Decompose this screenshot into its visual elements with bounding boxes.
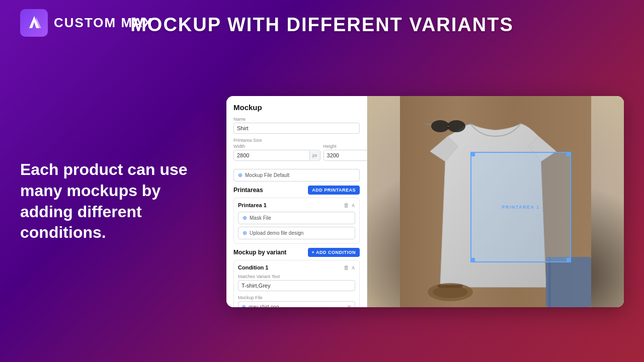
logo-area: CUSTOM MAX — [20, 9, 153, 37]
upload-icon: ⊕ — [238, 172, 243, 178]
svg-point-4 — [431, 120, 449, 132]
svg-rect-12 — [546, 257, 591, 307]
add-condition-button[interactable]: + ADD CONDITION — [308, 248, 360, 257]
name-input[interactable] — [233, 123, 360, 134]
condition1-actions: 🗑 ∧ — [344, 264, 355, 271]
matches-label: Matches variant text — [238, 274, 355, 279]
mask-file-btn[interactable]: ⊕ Mask File — [238, 212, 355, 224]
page-title: MOCKUP WITH DIFFERENT VARIANTS — [130, 14, 514, 36]
height-input[interactable] — [324, 150, 367, 160]
printareas-section-header: Printareas ADD PRINTAREAS — [233, 186, 360, 195]
printarea1-block: Printarea 1 🗑 ∧ ⊕ Mask File ⊕ Upload — [233, 198, 360, 244]
collapse-condition1-icon[interactable]: ∧ — [351, 264, 355, 271]
mockup-panel: Mockup Name Printarea Size Width px — [226, 96, 367, 307]
demo-upload-icon: ⊕ — [243, 230, 247, 236]
tshirt-photo: PRINTAREA 1 — [367, 96, 624, 307]
page-container: CUSTOM MAX MOCKUP WITH DIFFERENT VARIANT… — [0, 0, 644, 362]
width-input[interactable] — [234, 150, 309, 160]
mockup-file-default-label: Mockup File Default — [245, 172, 289, 178]
condition1-header: Condition 1 🗑 ∧ — [238, 264, 355, 271]
width-input-group: px — [233, 150, 320, 161]
upload-demo-btn[interactable]: ⊕ Upload demo file design — [238, 227, 355, 239]
printarea-overlay-label: PRINTAREA 1 — [502, 205, 540, 210]
logo-icon — [20, 9, 48, 37]
printarea-size-label: Printarea Size — [233, 138, 360, 143]
mockup-file-name: grey shirt.png — [249, 304, 279, 307]
svg-point-5 — [447, 120, 465, 132]
mockup-file2-label: Mockup File — [238, 295, 355, 300]
file-icon: ⊕ — [242, 304, 246, 307]
name-label: Name — [233, 117, 360, 122]
printarea-size-group: Printarea Size Width px Height — [233, 138, 360, 165]
svg-rect-11 — [438, 285, 463, 288]
corner-tr — [567, 152, 571, 156]
left-description: Each product can use many mockups by add… — [20, 159, 211, 243]
height-label: Height — [324, 144, 367, 149]
width-label: Width — [233, 144, 320, 149]
svg-point-10 — [433, 286, 468, 298]
height-group: Height px — [324, 144, 367, 161]
corner-bl — [471, 258, 475, 262]
add-printareas-button[interactable]: ADD PRINTAREAS — [308, 186, 360, 195]
matches-group: Matches variant text — [238, 274, 355, 291]
size-row: Width px Height px — [233, 144, 360, 165]
header: CUSTOM MAX MOCKUP WITH DIFFERENT VARIANT… — [0, 0, 644, 41]
condition1-block: Condition 1 🗑 ∧ Matches variant text Moc… — [233, 260, 360, 307]
main-content: Each product can use many mockups by add… — [0, 41, 644, 362]
delete-condition1-icon[interactable]: 🗑 — [344, 264, 349, 270]
printarea-overlay: PRINTAREA 1 — [470, 152, 571, 262]
mask-upload-icon: ⊕ — [243, 215, 247, 221]
printarea1-actions: 🗑 ∧ — [344, 202, 355, 209]
upload-demo-label: Upload demo file design — [250, 230, 303, 236]
mockup-variant-title: Mockup by variant — [233, 249, 286, 256]
corner-tl — [471, 152, 475, 156]
file-left: ⊕ grey shirt.png — [242, 304, 279, 307]
mask-file-label: Mask File — [250, 215, 271, 221]
printareas-title: Printareas — [233, 187, 263, 194]
mockup-variant-section-header: Mockup by variant + ADD CONDITION — [233, 248, 360, 257]
width-group: Width px — [233, 144, 320, 161]
height-input-group: px — [324, 150, 367, 161]
width-suffix: px — [309, 151, 320, 160]
printarea1-header: Printarea 1 🗑 ∧ — [238, 202, 355, 209]
mockup-file-default-btn[interactable]: ⊕ Mockup File Default — [233, 169, 360, 182]
corner-br — [567, 258, 571, 262]
mockup-card: Mockup Name Printarea Size Width px — [226, 96, 624, 307]
mockup-file-input: ⊕ grey shirt.png ✕ — [238, 301, 355, 307]
condition1-name: Condition 1 — [238, 264, 269, 270]
delete-printarea1-icon[interactable]: 🗑 — [344, 202, 349, 208]
matches-input[interactable] — [238, 280, 355, 291]
brand-name: CUSTOM MAX — [54, 15, 153, 31]
svg-rect-13 — [548, 257, 551, 307]
clear-file-button[interactable]: ✕ — [347, 304, 352, 307]
mockup-image-panel: PRINTAREA 1 — [367, 96, 624, 307]
panel-title: Mockup — [233, 103, 360, 112]
name-field-group: Name — [233, 117, 360, 134]
collapse-printarea1-icon[interactable]: ∧ — [351, 202, 355, 209]
printarea1-name: Printarea 1 — [238, 202, 267, 208]
